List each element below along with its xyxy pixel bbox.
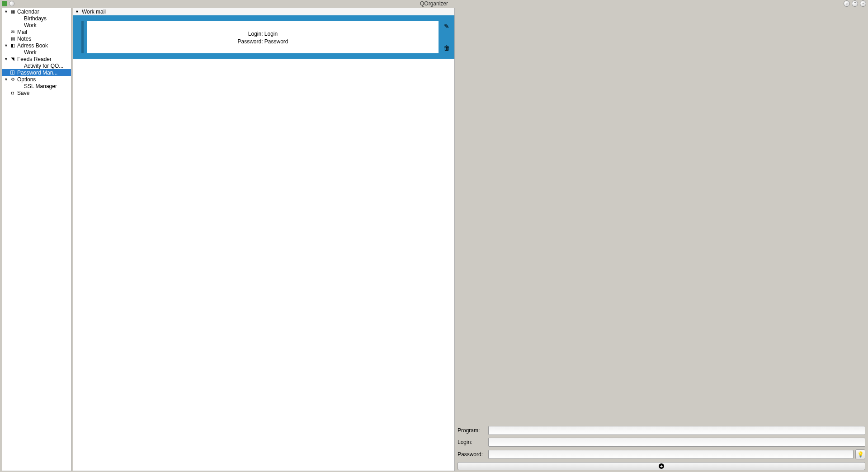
sidebar-item-label: Options bbox=[17, 76, 36, 83]
key-icon: ⚿ bbox=[9, 70, 16, 75]
content-body bbox=[73, 59, 454, 471]
sidebar-item-label: Feeds Reader bbox=[17, 56, 52, 62]
entry-password-value: Password bbox=[264, 38, 288, 45]
gear-icon: ⚙ bbox=[9, 77, 16, 82]
entry-stripe bbox=[81, 21, 84, 53]
right-panel: Program: Login: Password: 💡 + bbox=[455, 7, 868, 472]
sidebar-item-ssl-manager[interactable]: SSL Manager bbox=[2, 83, 71, 89]
sidebar: ▼ ▦ Calendar Birthdays Work ✉ Mail ▤ Not… bbox=[2, 8, 71, 471]
sidebar-item-feeds[interactable]: ▼ ◥ Feeds Reader bbox=[2, 56, 71, 62]
form-row-login: Login: bbox=[458, 438, 865, 447]
sidebar-item-label: Adress Book bbox=[17, 42, 48, 49]
sidebar-item-label: Notes bbox=[17, 36, 31, 42]
sidebar-item-notes[interactable]: ▤ Notes bbox=[2, 35, 71, 42]
sidebar-item-label: Work bbox=[24, 49, 37, 56]
save-icon: ◘ bbox=[9, 90, 16, 96]
reveal-password-button[interactable]: 💡 bbox=[855, 449, 865, 459]
login-input[interactable] bbox=[488, 438, 865, 447]
mail-icon: ✉ bbox=[9, 29, 16, 35]
sidebar-item-label: Birthdays bbox=[24, 15, 47, 22]
titlebar-menu-dot[interactable] bbox=[9, 1, 14, 6]
sidebar-item-work-cal[interactable]: Work bbox=[2, 22, 71, 28]
close-button[interactable]: × bbox=[860, 0, 866, 7]
content-header[interactable]: ▼ Work mail bbox=[73, 8, 454, 15]
notes-icon: ▤ bbox=[9, 36, 16, 42]
sidebar-item-label: Activity for QO... bbox=[24, 63, 63, 69]
delete-icon[interactable]: 🗑 bbox=[443, 44, 450, 51]
sidebar-item-addressbook[interactable]: ▼ ◧ Adress Book bbox=[2, 42, 71, 49]
plus-icon: + bbox=[659, 463, 664, 469]
add-entry-button[interactable]: + bbox=[458, 462, 865, 470]
form-row-program: Program: bbox=[458, 426, 865, 435]
sidebar-item-label: Password Man... bbox=[17, 70, 57, 76]
collapse-arrow-icon[interactable]: ▼ bbox=[75, 9, 79, 14]
sidebar-item-calendar[interactable]: ▼ ▦ Calendar bbox=[2, 8, 71, 15]
sidebar-item-birthdays[interactable]: Birthdays bbox=[2, 15, 71, 22]
program-input[interactable] bbox=[488, 426, 865, 435]
entry-actions: ✎ 🗑 bbox=[442, 21, 451, 53]
entry-password-line: Password: Password bbox=[237, 38, 288, 46]
form-row-password: Password: 💡 bbox=[458, 449, 865, 459]
entry-password-label: Password: bbox=[237, 38, 263, 45]
addressbook-icon: ◧ bbox=[9, 43, 16, 48]
titlebar: QOrganizer ⌄ ⌃ × bbox=[0, 0, 868, 7]
feeds-icon: ◥ bbox=[9, 56, 16, 62]
content-header-title: Work mail bbox=[82, 9, 106, 15]
sidebar-item-work-ab[interactable]: Work bbox=[2, 49, 71, 56]
sidebar-item-label: SSL Manager bbox=[24, 83, 57, 89]
edit-icon[interactable]: ✎ bbox=[444, 23, 449, 30]
sidebar-item-options[interactable]: ▼ ⚙ Options bbox=[2, 76, 71, 83]
entry-login-line: Login: Login bbox=[248, 30, 278, 38]
login-label: Login: bbox=[458, 439, 488, 445]
program-label: Program: bbox=[458, 427, 488, 434]
sidebar-item-label: Work bbox=[24, 22, 37, 28]
expand-arrow-icon[interactable]: ▼ bbox=[4, 43, 9, 48]
expand-arrow-icon[interactable]: ▼ bbox=[4, 77, 9, 82]
content-panel: ▼ Work mail Login: Login Password: Passw… bbox=[73, 8, 455, 471]
password-label: Password: bbox=[458, 451, 488, 458]
sidebar-item-label: Mail bbox=[17, 29, 27, 35]
lightbulb-icon: 💡 bbox=[857, 451, 864, 458]
add-entry-form: Program: Login: Password: 💡 + bbox=[458, 426, 865, 470]
sidebar-item-activity[interactable]: Activity for QO... bbox=[2, 62, 71, 69]
sidebar-item-label: Save bbox=[17, 90, 29, 96]
sidebar-item-mail[interactable]: ✉ Mail bbox=[2, 28, 71, 35]
window-title: QOrganizer bbox=[420, 0, 448, 7]
expand-arrow-icon[interactable]: ▼ bbox=[4, 57, 9, 61]
sidebar-item-password-manager[interactable]: ⚿ Password Man... bbox=[2, 69, 71, 76]
maximize-button[interactable]: ⌃ bbox=[852, 0, 858, 7]
expand-arrow-icon[interactable]: ▼ bbox=[4, 9, 9, 14]
password-entry[interactable]: Login: Login Password: Password ✎ 🗑 bbox=[73, 15, 454, 59]
entry-card: Login: Login Password: Password bbox=[87, 21, 439, 53]
entry-login-value: Login bbox=[264, 31, 278, 37]
password-input[interactable] bbox=[488, 450, 854, 459]
entry-login-label: Login: bbox=[248, 31, 263, 37]
calendar-icon: ▦ bbox=[9, 9, 16, 14]
app-icon bbox=[2, 1, 7, 6]
minimize-button[interactable]: ⌄ bbox=[844, 0, 850, 7]
sidebar-item-label: Calendar bbox=[17, 9, 39, 15]
sidebar-item-save[interactable]: ◘ Save bbox=[2, 89, 71, 96]
main-area: ▼ ▦ Calendar Birthdays Work ✉ Mail ▤ Not… bbox=[0, 7, 868, 472]
